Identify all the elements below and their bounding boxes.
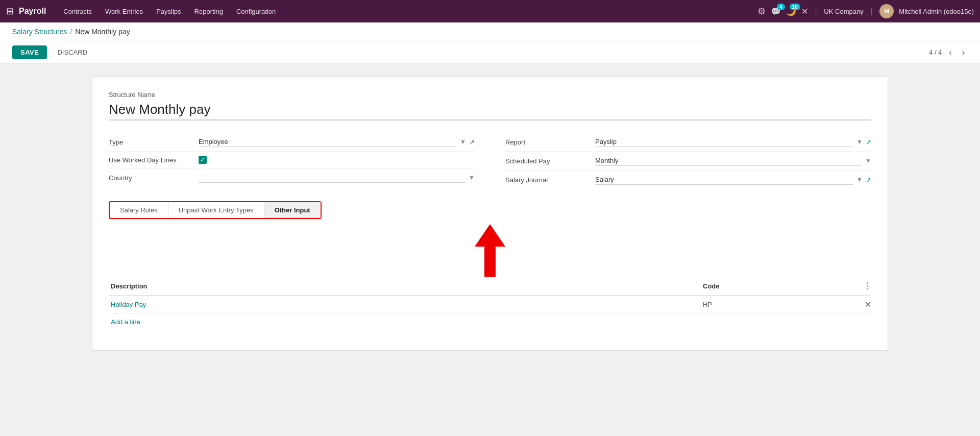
save-button[interactable]: SAVE: [12, 45, 47, 59]
close-icon[interactable]: ✕: [801, 7, 808, 16]
table-row: Holiday Pay HP ✕: [109, 296, 871, 314]
add-line-button[interactable]: Add a line: [109, 314, 142, 330]
fields-grid: Type Employee ▼ ↗ Use Worked Day Lines ✓: [109, 133, 871, 189]
breadcrumb: Salary Structures / New Monthly pay: [0, 22, 980, 41]
col-description-header: Description: [109, 282, 703, 290]
country-field-row: Country ▼: [109, 168, 475, 187]
report-select[interactable]: Payslip: [595, 137, 853, 147]
salary-journal-value: Salary ▼ ↗: [595, 175, 871, 185]
main-content-area: Structure Name Type Employee ▼ ↗ Use: [0, 64, 980, 363]
row-code: HP: [703, 301, 856, 308]
form-card: Structure Name Type Employee ▼ ↗ Use: [92, 76, 888, 351]
settings-icon[interactable]: ⚙: [757, 6, 766, 17]
other-input-table: Description Code ⋮ Holiday Pay HP ✕ Add …: [109, 277, 871, 330]
updates-icon[interactable]: 🌙 16: [786, 7, 796, 16]
annotation-arrow: [109, 224, 871, 277]
next-record-button[interactable]: ›: [959, 47, 968, 58]
form-toolbar: SAVE DISCARD 4 / 4 ‹ ›: [0, 41, 980, 64]
col-code-header: Code: [703, 282, 856, 290]
type-label: Type: [109, 138, 190, 146]
country-dropdown-arrow: ▼: [469, 174, 475, 181]
pagination-info: 4 / 4: [929, 49, 942, 56]
type-field-row: Type Employee ▼ ↗: [109, 133, 475, 152]
tabs-container: Salary Rules Unpaid Work Entry Types Oth…: [109, 201, 322, 219]
country-value: ▼: [199, 173, 475, 183]
type-dropdown-arrow: ▼: [460, 138, 466, 146]
salary-journal-label: Salary Journal: [505, 176, 587, 184]
scheduled-pay-select[interactable]: Monthly: [595, 156, 862, 166]
arrow-head: [475, 224, 505, 247]
breadcrumb-parent-link[interactable]: Salary Structures: [12, 28, 67, 36]
tab-unpaid-work-entry-types[interactable]: Unpaid Work Entry Types: [168, 202, 264, 218]
report-field-row: Report Payslip ▼ ↗: [505, 133, 871, 152]
table-options-icon[interactable]: ⋮: [863, 282, 871, 290]
type-value: Employee ▼ ↗: [199, 137, 475, 147]
country-select[interactable]: [199, 173, 465, 183]
row-description[interactable]: Holiday Pay: [109, 301, 703, 308]
user-name: Mitchell Admin (odoo15e): [899, 8, 974, 15]
topnav-right-area: ⚙ 💬 4 🌙 16 ✕ | UK Company | M Mitchell A…: [757, 4, 974, 18]
worked-day-lines-value: ✓: [199, 156, 475, 164]
country-label: Country: [109, 174, 190, 182]
report-dropdown-arrow: ▼: [856, 138, 863, 146]
scheduled-pay-dropdown-arrow: ▼: [865, 157, 871, 164]
apps-grid-icon[interactable]: ⊞: [6, 6, 14, 17]
brand-name: Payroll: [19, 7, 46, 16]
type-external-link[interactable]: ↗: [469, 138, 475, 146]
worked-day-lines-checkbox[interactable]: ✓: [199, 156, 207, 164]
prev-record-button[interactable]: ‹: [946, 47, 954, 58]
table-header: Description Code ⋮: [109, 277, 871, 296]
structure-name-input[interactable]: [109, 102, 871, 120]
row-delete-button[interactable]: ✕: [856, 300, 871, 309]
menu-contracts[interactable]: Contracts: [57, 5, 98, 18]
salary-journal-field-row: Salary Journal Salary ▼ ↗: [505, 171, 871, 189]
arrow-shaft: [484, 247, 496, 277]
discuss-badge: 4: [777, 4, 785, 10]
record-pagination: 4 / 4 ‹ ›: [929, 47, 968, 58]
worked-day-lines-label: Use Worked Day Lines: [109, 156, 190, 164]
menu-configuration[interactable]: Configuration: [230, 5, 282, 18]
report-external-link[interactable]: ↗: [866, 138, 871, 146]
salary-journal-dropdown-arrow: ▼: [856, 176, 863, 183]
tab-other-input[interactable]: Other Input: [264, 202, 321, 218]
report-value: Payslip ▼ ↗: [595, 137, 871, 147]
salary-journal-external-link[interactable]: ↗: [866, 176, 871, 184]
breadcrumb-separator: /: [70, 28, 72, 36]
arrow-wrap: [475, 224, 505, 277]
nav-divider: |: [815, 7, 817, 15]
top-navigation: ⊞ Payroll Contracts Work Entries Payslip…: [0, 0, 980, 22]
structure-name-label: Structure Name: [109, 91, 871, 99]
tab-salary-rules[interactable]: Salary Rules: [110, 202, 168, 218]
company-name[interactable]: UK Company: [824, 8, 863, 15]
fields-left: Type Employee ▼ ↗ Use Worked Day Lines ✓: [109, 133, 475, 189]
updates-badge: 16: [790, 4, 800, 10]
tab-content-other-input: Description Code ⋮ Holiday Pay HP ✕ Add …: [109, 277, 871, 330]
fields-right: Report Payslip ▼ ↗ Scheduled Pay Monthly: [505, 133, 871, 189]
salary-journal-select[interactable]: Salary: [595, 175, 853, 185]
nav-divider-2: |: [871, 7, 873, 15]
scheduled-pay-label: Scheduled Pay: [505, 157, 587, 165]
scheduled-pay-field-row: Scheduled Pay Monthly ▼: [505, 152, 871, 171]
menu-work-entries[interactable]: Work Entries: [99, 5, 149, 18]
discard-button[interactable]: DISCARD: [52, 45, 92, 59]
menu-payslips[interactable]: Payslips: [150, 5, 187, 18]
main-menu: Contracts Work Entries Payslips Reportin…: [57, 5, 755, 18]
type-select[interactable]: Employee: [199, 137, 457, 147]
discuss-icon[interactable]: 💬 4: [771, 7, 781, 16]
breadcrumb-current: New Monthly pay: [75, 28, 130, 36]
scheduled-pay-value: Monthly ▼: [595, 156, 871, 166]
menu-reporting[interactable]: Reporting: [188, 5, 229, 18]
col-actions-header: ⋮: [856, 281, 871, 291]
report-label: Report: [505, 138, 587, 146]
avatar[interactable]: M: [879, 4, 894, 18]
worked-day-lines-field-row: Use Worked Day Lines ✓: [109, 152, 475, 168]
